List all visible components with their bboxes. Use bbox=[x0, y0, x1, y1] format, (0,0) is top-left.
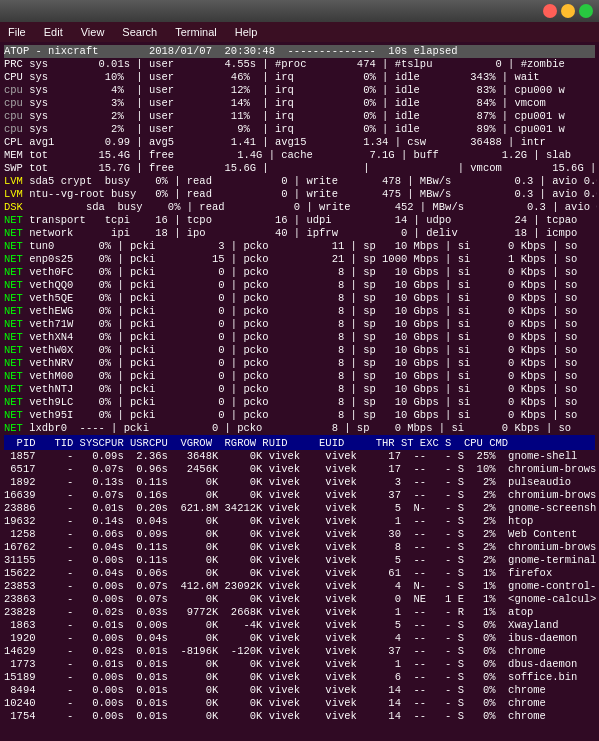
stat-row: LVM sda5 crypt busy 0% | read 0 | write … bbox=[4, 175, 595, 188]
stat-row: CPL avg1 0.99 | avg5 1.41 | avg15 1.34 |… bbox=[4, 136, 595, 149]
process-row: 1857 - 0.09s 2.36s 3648K 0K vivek vivek … bbox=[4, 450, 595, 463]
process-table-header: PID TID SYSCPUR USRCPU VGROW RGROW RUID … bbox=[4, 437, 595, 450]
process-row: 15189 - 0.00s 0.01s 0K 0K vivek vivek 6 … bbox=[4, 671, 595, 684]
menu-item-help[interactable]: Help bbox=[231, 26, 262, 38]
menu-item-edit[interactable]: Edit bbox=[40, 26, 67, 38]
process-row: 19632 - 0.14s 0.04s 0K 0K vivek vivek 1 … bbox=[4, 515, 595, 528]
process-row: 1863 - 0.01s 0.00s 0K -4K vivek vivek 5 … bbox=[4, 619, 595, 632]
process-row: 1754 - 0.00s 0.01s 0K 0K vivek vivek 14 … bbox=[4, 710, 595, 723]
menubar: FileEditViewSearchTerminalHelp bbox=[0, 22, 599, 42]
stat-row: NET vethQQ0 0% | pcki 0 | pcko 8 | sp 10… bbox=[4, 279, 595, 292]
stat-row: cpu sys 4% | user 12% | irq 0% | idle 83… bbox=[4, 84, 595, 97]
process-row: 1258 - 0.06s 0.09s 0K 0K vivek vivek 30 … bbox=[4, 528, 595, 541]
process-row: 1920 - 0.00s 0.04s 0K 0K vivek vivek 4 -… bbox=[4, 632, 595, 645]
stat-row: cpu sys 2% | user 11% | irq 0% | idle 87… bbox=[4, 110, 595, 123]
terminal-output: ATOP - nixcraft 2018/01/07 20:30:48 ----… bbox=[2, 44, 597, 724]
process-row: 10240 - 0.00s 0.01s 0K 0K vivek vivek 14… bbox=[4, 697, 595, 710]
process-row: 23828 - 0.02s 0.03s 9772K 2668K vivek vi… bbox=[4, 606, 595, 619]
minimize-button[interactable] bbox=[561, 4, 575, 18]
menu-item-file[interactable]: File bbox=[4, 26, 30, 38]
window-controls bbox=[543, 4, 593, 18]
process-row: 23863 - 0.00s 0.07s 0K 0K vivek vivek 0 … bbox=[4, 593, 595, 606]
atop-header: ATOP - nixcraft 2018/01/07 20:30:48 ----… bbox=[4, 45, 595, 58]
stat-row: LVM ntu--vg-root busy 0% | read 0 | writ… bbox=[4, 188, 595, 201]
stat-row: NET vethW0X 0% | pcki 0 | pcko 8 | sp 10… bbox=[4, 344, 595, 357]
stat-row: NET veth5QE 0% | pcki 0 | pcko 8 | sp 10… bbox=[4, 292, 595, 305]
process-row: 1773 - 0.01s 0.01s 0K 0K vivek vivek 1 -… bbox=[4, 658, 595, 671]
stat-row: PRC sys 0.01s | user 4.55s | #proc 474 |… bbox=[4, 58, 595, 71]
stat-row: NET tun0 0% | pcki 3 | pcko 11 | sp 10 M… bbox=[4, 240, 595, 253]
stat-row: MEM tot 15.4G | free 1.4G | cache 7.1G |… bbox=[4, 149, 595, 162]
process-row: 16762 - 0.04s 0.11s 0K 0K vivek vivek 8 … bbox=[4, 541, 595, 554]
stat-row: NET veth0FC 0% | pcki 0 | pcko 8 | sp 10… bbox=[4, 266, 595, 279]
stat-row: NET network ipi 18 | ipo 40 | ipfrw 0 | … bbox=[4, 227, 595, 240]
stat-row: NET enp0s25 0% | pcki 15 | pcko 21 | sp … bbox=[4, 253, 595, 266]
menu-item-terminal[interactable]: Terminal bbox=[171, 26, 221, 38]
stat-row: NET vethNTJ 0% | pcki 0 | pcko 8 | sp 10… bbox=[4, 383, 595, 396]
stat-row: NET veth71W 0% | pcki 0 | pcko 8 | sp 10… bbox=[4, 318, 595, 331]
stat-row: NET vethNRV 0% | pcki 0 | pcko 8 | sp 10… bbox=[4, 357, 595, 370]
stat-row: NET transport tcpi 16 | tcpo 16 | udpi 1… bbox=[4, 214, 595, 227]
titlebar bbox=[0, 0, 599, 22]
stat-row: SWP tot 15.7G | free 15.6G | | | vmcom 1… bbox=[4, 162, 595, 175]
process-row: 16639 - 0.07s 0.16s 0K 0K vivek vivek 37… bbox=[4, 489, 595, 502]
process-row: 15622 - 0.04s 0.06s 0K 0K vivek vivek 61… bbox=[4, 567, 595, 580]
stat-row: DSK sda busy 0% | read 0 | write 452 | M… bbox=[4, 201, 595, 214]
stat-row: NET veth95I 0% | pcki 0 | pcko 8 | sp 10… bbox=[4, 409, 595, 422]
process-row: 23853 - 0.00s 0.07s 412.6M 23092K vivek … bbox=[4, 580, 595, 593]
stat-row: NET lxdbr0 ---- | pcki 0 | pcko 8 | sp 0… bbox=[4, 422, 595, 435]
process-row: 8494 - 0.00s 0.01s 0K 0K vivek vivek 14 … bbox=[4, 684, 595, 697]
menu-item-view[interactable]: View bbox=[77, 26, 109, 38]
stat-row: cpu sys 2% | user 9% | irq 0% | idle 89%… bbox=[4, 123, 595, 136]
stat-row: cpu sys 3% | user 14% | irq 0% | idle 84… bbox=[4, 97, 595, 110]
stat-row: NET vethM00 0% | pcki 0 | pcko 8 | sp 10… bbox=[4, 370, 595, 383]
maximize-button[interactable] bbox=[579, 4, 593, 18]
process-row: 6517 - 0.07s 0.96s 2456K 0K vivek vivek … bbox=[4, 463, 595, 476]
stat-row: NET vethEWG 0% | pcki 0 | pcko 8 | sp 10… bbox=[4, 305, 595, 318]
process-row: 23886 - 0.01s 0.20s 621.8M 34212K vivek … bbox=[4, 502, 595, 515]
stat-row: NET veth9LC 0% | pcki 0 | pcko 8 | sp 10… bbox=[4, 396, 595, 409]
process-row: 31155 - 0.00s 0.11s 0K 0K vivek vivek 5 … bbox=[4, 554, 595, 567]
process-row: 14629 - 0.02s 0.01s -8196K -120K vivek v… bbox=[4, 645, 595, 658]
process-row: 1892 - 0.13s 0.11s 0K 0K vivek vivek 3 -… bbox=[4, 476, 595, 489]
stat-row: CPU sys 10% | user 46% | irq 0% | idle 3… bbox=[4, 71, 595, 84]
stat-row: NET vethXN4 0% | pcki 0 | pcko 8 | sp 10… bbox=[4, 331, 595, 344]
menu-item-search[interactable]: Search bbox=[118, 26, 161, 38]
terminal: ATOP - nixcraft 2018/01/07 20:30:48 ----… bbox=[0, 42, 599, 726]
close-button[interactable] bbox=[543, 4, 557, 18]
